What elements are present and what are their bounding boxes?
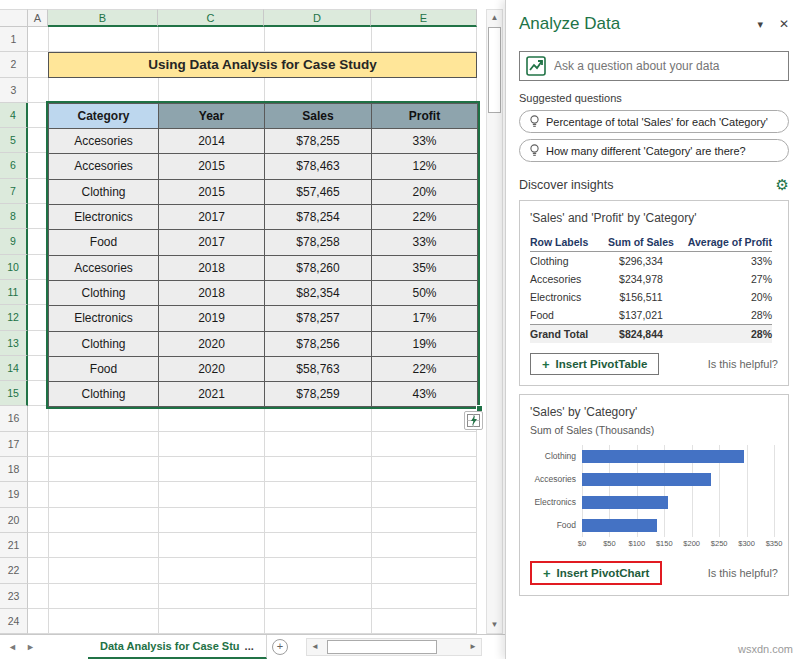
scroll-right-icon[interactable]: ► [465, 639, 481, 655]
column-header-a[interactable]: A [28, 9, 48, 27]
scroll-left-icon[interactable]: ◄ [307, 639, 323, 655]
row-header-6[interactable]: 6 [0, 153, 28, 178]
new-sheet-button[interactable]: + [272, 639, 288, 655]
table-cell[interactable]: Electronics [49, 205, 159, 230]
table-cell[interactable]: $78,259 [265, 382, 372, 407]
column-header-d[interactable]: D [264, 9, 371, 27]
table-cell[interactable]: 33% [372, 230, 478, 255]
row-header-15[interactable]: 15 [0, 381, 28, 406]
question-search-box[interactable] [519, 51, 789, 81]
column-header-e[interactable]: E [371, 9, 477, 27]
table-header-cell[interactable]: Sales [265, 104, 372, 129]
row-header-5[interactable]: 5 [0, 128, 28, 153]
table-cell[interactable]: 2018 [159, 256, 265, 281]
insert-pivottable-button[interactable]: + Insert PivotTable [530, 353, 659, 375]
table-cell[interactable]: Clothing [49, 281, 159, 306]
table-cell[interactable]: 12% [372, 154, 478, 179]
table-cell[interactable]: Clothing [49, 332, 159, 357]
row-header-21[interactable]: 21 [0, 533, 28, 558]
row-header-18[interactable]: 18 [0, 457, 28, 482]
horizontal-scrollbar-thumb[interactable] [327, 640, 437, 654]
select-all-corner[interactable] [0, 9, 28, 27]
table-cell[interactable]: Clothing [49, 382, 159, 407]
table-cell[interactable]: Food [49, 230, 159, 255]
table-cell[interactable]: $78,463 [265, 154, 372, 179]
row-header-20[interactable]: 20 [0, 508, 28, 533]
table-cell[interactable]: 2020 [159, 332, 265, 357]
table-cell[interactable]: Accesories [49, 154, 159, 179]
table-cell[interactable]: 22% [372, 205, 478, 230]
table-cell[interactable]: $82,354 [265, 281, 372, 306]
row-header-17[interactable]: 17 [0, 432, 28, 457]
table-cell[interactable]: 22% [372, 357, 478, 382]
vertical-scrollbar[interactable]: ▲ ▼ [486, 9, 503, 634]
table-cell[interactable]: 2015 [159, 180, 265, 205]
table-cell[interactable]: Electronics [49, 306, 159, 331]
table-cell[interactable]: $58,763 [265, 357, 372, 382]
table-cell[interactable]: 17% [372, 306, 478, 331]
row-header-12[interactable]: 12 [0, 305, 28, 330]
table-cell[interactable]: 2019 [159, 306, 265, 331]
row-header-4[interactable]: 4 [0, 103, 28, 128]
table-cell[interactable]: 2017 [159, 205, 265, 230]
row-header-23[interactable]: 23 [0, 584, 28, 609]
row-header-1[interactable]: 1 [0, 27, 28, 52]
table-cell[interactable]: $78,260 [265, 256, 372, 281]
question-input[interactable] [548, 59, 784, 73]
gear-icon[interactable]: ⚙ [776, 177, 789, 192]
table-cell[interactable]: Clothing [49, 180, 159, 205]
table-cell[interactable]: 2021 [159, 382, 265, 407]
table-header-cell[interactable]: Category [49, 104, 159, 129]
row-header-9[interactable]: 9 [0, 229, 28, 254]
quick-analysis-button[interactable] [464, 411, 483, 430]
table-cell[interactable]: $78,258 [265, 230, 372, 255]
sheet-tab[interactable]: Data Analysis for Case Stu... [88, 635, 267, 659]
insert-pivotchart-button[interactable]: + Insert PivotChart [530, 561, 662, 585]
table-cell[interactable]: $57,465 [265, 180, 372, 205]
scroll-up-icon[interactable]: ▲ [487, 10, 502, 26]
sheet-nav-right-icon[interactable]: ► [26, 635, 35, 659]
horizontal-scrollbar[interactable]: ◄ ► [306, 638, 482, 656]
table-cell[interactable]: 50% [372, 281, 478, 306]
table-cell[interactable]: Accesories [49, 256, 159, 281]
table-cell[interactable]: $78,257 [265, 306, 372, 331]
row-header-7[interactable]: 7 [0, 179, 28, 204]
scroll-down-icon[interactable]: ▼ [487, 617, 502, 633]
table-cell[interactable]: Accesories [49, 129, 159, 154]
table-cell[interactable]: 43% [372, 382, 478, 407]
worksheet-title-cell[interactable]: Using Data Analysis for Case Study [48, 52, 477, 78]
row-header-8[interactable]: 8 [0, 204, 28, 229]
suggested-question-2[interactable]: How many different 'Category' are there? [519, 139, 789, 162]
vertical-scrollbar-thumb[interactable] [488, 27, 501, 113]
row-header-24[interactable]: 24 [0, 609, 28, 634]
row-header-16[interactable]: 16 [0, 406, 28, 431]
suggested-question-1[interactable]: Percentage of total 'Sales' for each 'Ca… [519, 110, 789, 133]
sheet-grid[interactable]: Using Data Analysis for Case Study Categ… [28, 27, 477, 635]
table-cell[interactable]: 2020 [159, 357, 265, 382]
table-cell[interactable]: 19% [372, 332, 478, 357]
table-cell[interactable]: $78,255 [265, 129, 372, 154]
row-header-19[interactable]: 19 [0, 482, 28, 507]
table-cell[interactable]: $78,256 [265, 332, 372, 357]
table-cell[interactable]: 2014 [159, 129, 265, 154]
close-icon[interactable]: ✕ [779, 17, 789, 31]
column-header-b[interactable]: B [48, 9, 158, 27]
table-header-cell[interactable]: Year [159, 104, 265, 129]
selected-range[interactable]: CategoryYearSalesProfitAccesories2014$78… [46, 101, 480, 410]
table-cell[interactable]: 35% [372, 256, 478, 281]
row-header-22[interactable]: 22 [0, 558, 28, 583]
row-header-2[interactable]: 2 [0, 52, 28, 77]
table-cell[interactable]: 2017 [159, 230, 265, 255]
row-header-10[interactable]: 10 [0, 255, 28, 280]
sheet-nav-left-icon[interactable]: ◄ [8, 635, 17, 659]
table-cell[interactable]: Food [49, 357, 159, 382]
table-cell[interactable]: 33% [372, 129, 478, 154]
row-header-3[interactable]: 3 [0, 78, 28, 103]
table-cell[interactable]: 2015 [159, 154, 265, 179]
row-header-11[interactable]: 11 [0, 280, 28, 305]
column-header-c[interactable]: C [158, 9, 264, 27]
chevron-down-icon[interactable]: ▾ [757, 18, 763, 31]
row-header-13[interactable]: 13 [0, 331, 28, 356]
table-header-cell[interactable]: Profit [372, 104, 478, 129]
row-header-14[interactable]: 14 [0, 356, 28, 381]
